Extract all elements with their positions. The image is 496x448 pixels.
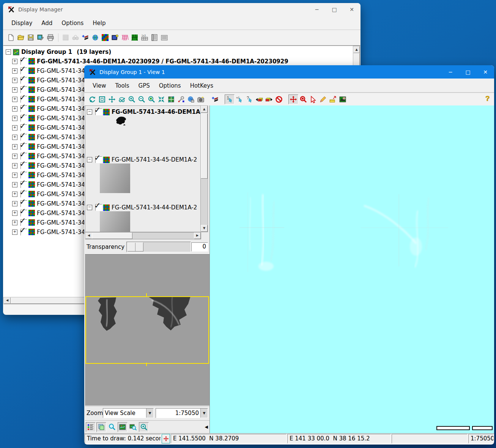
snapshot-button[interactable] xyxy=(196,94,206,104)
scroll-thumb[interactable] xyxy=(201,113,208,179)
menu-item[interactable]: View xyxy=(88,81,111,91)
add-tileset-button[interactable] xyxy=(159,33,169,42)
menu-item[interactable]: HotKeys xyxy=(186,81,218,91)
layer-checkbox[interactable]: ✓ xyxy=(20,96,27,103)
add-raster-button[interactable] xyxy=(61,33,71,42)
layer-row[interactable]: − ✓ FG-GML-5741-34-44-DEM1A-2 xyxy=(85,203,201,212)
scroll-right-icon[interactable]: ▶ xyxy=(194,233,201,239)
slider-handle[interactable] xyxy=(128,242,143,252)
zoom-in-button[interactable] xyxy=(127,94,137,104)
add-tin-button[interactable] xyxy=(130,33,140,42)
help-button[interactable] xyxy=(481,94,491,104)
zoom-image-toggle[interactable] xyxy=(128,422,138,432)
search-button[interactable] xyxy=(71,33,80,42)
scroll-left-icon[interactable]: ◀ xyxy=(85,233,92,239)
zoom-out-button[interactable] xyxy=(137,94,146,104)
layer-checkbox[interactable]: ✓ xyxy=(20,172,27,179)
datatip-tool[interactable] xyxy=(244,94,254,104)
menu-item[interactable]: Display xyxy=(7,18,37,28)
expand-icon[interactable]: + xyxy=(12,211,17,216)
expand-icon[interactable]: + xyxy=(12,173,17,178)
zoom-to-extents-button[interactable] xyxy=(156,94,166,104)
sketch-tool[interactable] xyxy=(318,94,328,104)
layer-checkbox[interactable]: ✓ xyxy=(20,162,27,169)
expand-icon[interactable]: + xyxy=(12,182,17,187)
add-database-button[interactable] xyxy=(140,33,150,42)
expand-icon[interactable]: + xyxy=(12,78,17,83)
collapse-sidebar-icon[interactable]: ◀ xyxy=(205,424,208,429)
menu-item[interactable]: Help xyxy=(88,18,110,28)
cancel-button[interactable] xyxy=(274,94,284,104)
transparency-slider[interactable] xyxy=(126,242,191,252)
expand-icon[interactable]: + xyxy=(12,106,17,112)
geolock-button[interactable] xyxy=(186,94,196,104)
scroll-down-icon[interactable]: ▼ xyxy=(201,225,208,232)
layer-checkbox[interactable]: ✓ xyxy=(20,115,27,122)
menu-item[interactable]: Add xyxy=(37,18,57,28)
expand-icon[interactable]: + xyxy=(12,230,17,235)
open-button[interactable] xyxy=(16,33,26,42)
add-rgb-raster-button[interactable] xyxy=(100,33,110,42)
layer-panel-hscroll[interactable]: ◀ ▶ xyxy=(85,232,201,239)
measure-tool[interactable] xyxy=(328,94,338,104)
expand-icon[interactable]: + xyxy=(12,59,17,64)
add-table-button[interactable] xyxy=(150,33,159,42)
menu-item[interactable]: GPS xyxy=(134,81,154,91)
minimize-button[interactable]: ─ xyxy=(308,3,326,16)
layers-list-toggle[interactable] xyxy=(96,422,106,432)
collapse-icon[interactable]: − xyxy=(6,49,11,55)
display-manager-titlebar[interactable]: Display Manager ─ □ ✕ xyxy=(3,3,361,16)
pan-view-button[interactable] xyxy=(107,94,117,104)
expand-icon[interactable]: + xyxy=(12,87,17,93)
region-tool[interactable] xyxy=(338,94,348,104)
magnifier-toggle[interactable] xyxy=(107,422,117,432)
close-button[interactable]: ✕ xyxy=(343,3,361,16)
chevron-down-icon[interactable]: ▼ xyxy=(146,409,153,418)
layer-checkbox[interactable]: ✓ xyxy=(95,156,102,163)
redraw-button[interactable] xyxy=(87,94,97,104)
layer-checkbox[interactable]: ✓ xyxy=(95,108,102,115)
zoom-mode-select[interactable]: View Scale ▼ xyxy=(103,408,154,418)
save-button[interactable] xyxy=(26,33,36,42)
layer-checkbox[interactable]: ✓ xyxy=(20,229,27,236)
zoom-to-layer-button[interactable] xyxy=(146,94,156,104)
layer-checkbox[interactable]: ✓ xyxy=(20,200,27,207)
view-options-button[interactable] xyxy=(176,94,186,104)
layer-checkbox[interactable]: ✓ xyxy=(20,77,27,84)
previous-view-button[interactable] xyxy=(117,94,127,104)
view-scale-select[interactable]: 1:75050 ▼ xyxy=(156,408,208,418)
add-pin-map-button[interactable] xyxy=(110,33,120,42)
multi-record-select-tool[interactable] xyxy=(235,94,244,104)
previous-element-button[interactable] xyxy=(254,94,264,104)
layer-checkbox[interactable]: ✓ xyxy=(20,134,27,141)
layer-checkbox[interactable]: ✓ xyxy=(20,219,27,226)
layer-checkbox[interactable]: ✓ xyxy=(20,86,27,93)
scroll-up-icon[interactable]: ▲ xyxy=(353,46,360,53)
select-tool[interactable] xyxy=(308,94,318,104)
map-canvas[interactable] xyxy=(209,105,494,434)
expand-icon[interactable]: + xyxy=(12,163,17,168)
layer-checkbox[interactable]: ✓ xyxy=(95,204,102,211)
collapse-icon[interactable]: − xyxy=(87,109,92,115)
collapse-icon[interactable]: − xyxy=(87,157,92,162)
menu-item[interactable]: Tools xyxy=(111,81,134,91)
expand-icon[interactable]: + xyxy=(12,220,17,225)
maximize-button[interactable]: □ xyxy=(459,66,477,79)
zoom-in-small-button[interactable] xyxy=(139,422,149,432)
layer-checkbox[interactable]: ✓ xyxy=(20,68,27,74)
layer-panel-vscroll[interactable]: ▲ ▼ xyxy=(200,105,208,232)
legend-view-toggle[interactable] xyxy=(86,422,96,432)
collapse-icon[interactable]: − xyxy=(87,205,92,210)
single-record-select-tool[interactable] xyxy=(225,94,235,104)
expand-icon[interactable]: + xyxy=(12,97,17,102)
display-options-button[interactable] xyxy=(36,33,46,42)
full-view-button[interactable] xyxy=(97,94,107,104)
layer-row[interactable]: − ✓ FG-GML-5741-34-45-DEM1A-2 xyxy=(85,155,201,164)
view-titlebar[interactable]: Display Group 1 - View 1 ─ □ ✕ xyxy=(84,65,494,79)
expand-icon[interactable]: + xyxy=(12,201,17,206)
expand-icon[interactable]: + xyxy=(12,125,17,130)
expand-icon[interactable]: + xyxy=(12,192,17,197)
chevron-down-icon[interactable]: ▼ xyxy=(200,409,208,418)
print-button[interactable] xyxy=(46,33,55,42)
scroll-thumb[interactable] xyxy=(92,233,132,239)
